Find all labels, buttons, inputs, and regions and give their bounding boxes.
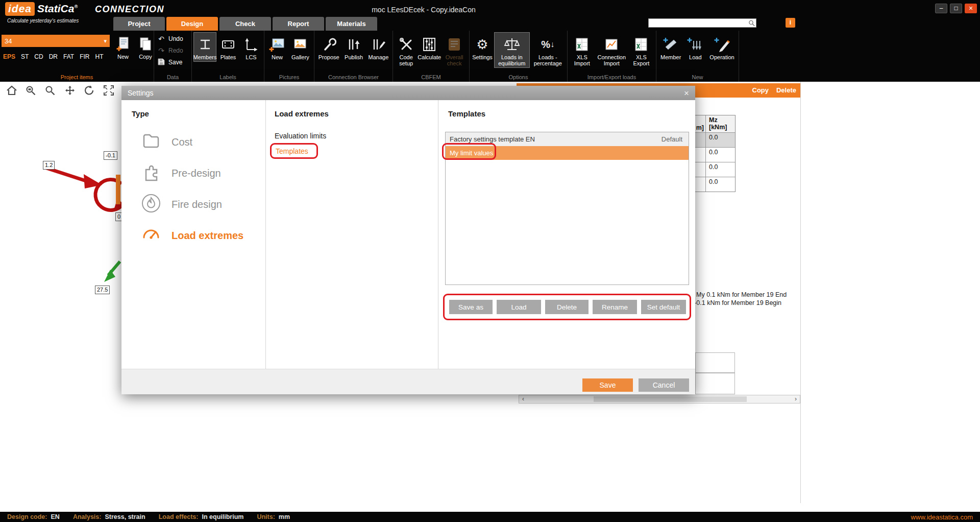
- mz-value-cell[interactable]: 0.0: [706, 177, 735, 192]
- tab-report[interactable]: Report: [273, 17, 324, 31]
- copy-icon: [138, 34, 153, 54]
- type-item-cost[interactable]: Cost: [140, 129, 192, 155]
- publish-button[interactable]: Publish: [342, 32, 365, 62]
- delete-template-button[interactable]: Delete: [545, 300, 589, 314]
- rotate-icon[interactable]: [82, 84, 97, 97]
- undo-button[interactable]: ↶ Undo: [157, 34, 191, 44]
- type-item-fire-design[interactable]: Fire design: [140, 191, 222, 218]
- load-type-st[interactable]: ST: [21, 53, 29, 60]
- tab-materials[interactable]: Materials: [326, 17, 377, 31]
- project-item-dropdown[interactable]: 34 ▾: [2, 35, 110, 47]
- tab-check[interactable]: Check: [219, 17, 271, 31]
- save-as-button[interactable]: Save as: [449, 300, 493, 314]
- template-row-factory[interactable]: Factory settings template EN Default: [446, 132, 689, 146]
- code-setup-button[interactable]: Code setup: [395, 32, 418, 68]
- xls-import-button[interactable]: XLS Import: [569, 32, 595, 68]
- nav-item-evaluation-limits[interactable]: Evaluation limits: [275, 132, 326, 140]
- status-value: Stress, strain: [105, 513, 145, 520]
- gear-icon: ⚙: [476, 35, 488, 54]
- lcs-labels-toggle[interactable]: LCS: [240, 32, 262, 62]
- rename-template-button[interactable]: Rename: [593, 300, 637, 314]
- new-picture-button[interactable]: New: [266, 32, 288, 62]
- dialog-titlebar[interactable]: Settings ×: [121, 86, 695, 100]
- settings-button[interactable]: ⚙ Settings: [471, 32, 494, 62]
- type-item-pre-design[interactable]: Pre-design: [140, 160, 221, 186]
- plates-icon: [220, 35, 236, 54]
- copy-load-button[interactable]: Copy: [752, 86, 769, 94]
- type-item-load-extremes[interactable]: Load extremes: [140, 222, 243, 249]
- load-effects-status: Load effects: In equilibrium: [159, 513, 244, 520]
- status-label: Load effects:: [159, 513, 199, 520]
- new-operation-button[interactable]: Operation: [707, 32, 737, 62]
- loads-percentage-toggle[interactable]: %↓ Loads - percentage: [530, 32, 566, 68]
- button-label: Manage: [369, 54, 389, 60]
- save-button[interactable]: Save: [157, 57, 191, 67]
- design-code-status: Design code: EN: [7, 513, 60, 520]
- info-button[interactable]: i: [786, 18, 795, 28]
- scrollbar-thumb[interactable]: [594, 396, 747, 402]
- plates-labels-toggle[interactable]: Plates: [217, 32, 239, 62]
- close-window-button[interactable]: ×: [965, 4, 977, 13]
- pan-icon[interactable]: [62, 84, 78, 97]
- propose-button[interactable]: Propose: [316, 32, 341, 62]
- templates-list: Factory settings template EN Default My …: [445, 132, 689, 285]
- type-item-label: Pre-design: [172, 168, 221, 179]
- mz-value-cell[interactable]: 0.0: [706, 162, 735, 177]
- ribbon-group-label: Import/Export loads: [568, 74, 656, 80]
- fit-view-icon[interactable]: [101, 84, 116, 97]
- xls-export-button[interactable]: XLS Export: [628, 32, 654, 68]
- new-member-button[interactable]: Member: [658, 32, 683, 62]
- redo-button[interactable]: ↷ Redo: [157, 45, 191, 56]
- load-type-cd[interactable]: CD: [34, 53, 43, 60]
- members-labels-toggle[interactable]: Members: [193, 32, 216, 62]
- calculate-button[interactable]: Calculate: [418, 32, 440, 62]
- dialog-save-button[interactable]: Save: [582, 378, 633, 392]
- undo-icon: ↶: [157, 35, 165, 43]
- home-view-icon[interactable]: [4, 84, 19, 97]
- new-project-item-button[interactable]: New: [112, 32, 134, 61]
- scroll-right-icon[interactable]: ›: [792, 395, 800, 403]
- overall-check-button[interactable]: Overall check: [441, 32, 468, 68]
- close-icon[interactable]: ×: [684, 89, 689, 98]
- balance-scale-icon: [503, 35, 521, 54]
- search-box[interactable]: [648, 18, 756, 28]
- load-template-button[interactable]: Load: [497, 300, 541, 314]
- status-label: Analysis:: [73, 513, 102, 520]
- status-label: Units:: [257, 513, 275, 520]
- loads-in-equilibrium-toggle[interactable]: Loads in equilibrium: [494, 32, 530, 68]
- search-icon[interactable]: [748, 19, 756, 27]
- minimize-button[interactable]: –: [935, 4, 947, 13]
- tab-project[interactable]: Project: [113, 17, 165, 31]
- template-actions: Save as Load Delete Rename Set default: [449, 300, 686, 314]
- website-link[interactable]: www.ideastatica.com: [911, 513, 973, 521]
- delete-load-button[interactable]: Delete: [776, 86, 796, 94]
- mz-value-cell[interactable]: 0.0: [706, 133, 735, 147]
- horizontal-scrollbar[interactable]: ‹ ›: [519, 395, 800, 404]
- template-row-my-limit-values[interactable]: My limit values: [446, 146, 689, 160]
- column-separator: [438, 100, 438, 369]
- nav-item-templates[interactable]: Templates: [276, 147, 308, 155]
- manage-button[interactable]: Manage: [366, 32, 391, 62]
- tab-design[interactable]: Design: [166, 17, 218, 31]
- load-type-ht[interactable]: HT: [95, 53, 104, 60]
- copy-project-item-button[interactable]: Copy: [134, 32, 157, 61]
- gallery-button[interactable]: Gallery: [289, 32, 312, 62]
- load-type-fat[interactable]: FAT: [63, 53, 74, 60]
- load-type-fir[interactable]: FIR: [80, 53, 89, 60]
- scrollbar-track[interactable]: [527, 395, 792, 403]
- load-type-eps[interactable]: EPS: [3, 53, 15, 60]
- dialog-cancel-button[interactable]: Cancel: [639, 378, 689, 392]
- zoom-window-icon[interactable]: [23, 84, 39, 97]
- ribbon: 34 ▾ EPS ST CD DR FAT FIR HT New: [0, 31, 980, 82]
- zoom-icon[interactable]: [43, 84, 58, 97]
- load-type-dr[interactable]: DR: [49, 53, 58, 60]
- search-input[interactable]: [649, 19, 748, 27]
- new-load-button[interactable]: Load: [684, 32, 706, 62]
- maximize-button[interactable]: □: [950, 4, 962, 13]
- set-default-button[interactable]: Set default: [641, 300, 686, 314]
- idea-statica-logo: idea StatiCa®: [5, 2, 78, 16]
- connection-import-button[interactable]: Connection Import: [596, 32, 628, 68]
- mz-value-cell[interactable]: 0.0: [706, 148, 735, 162]
- scroll-left-icon[interactable]: ‹: [519, 395, 527, 403]
- type-item-label: Cost: [172, 136, 192, 148]
